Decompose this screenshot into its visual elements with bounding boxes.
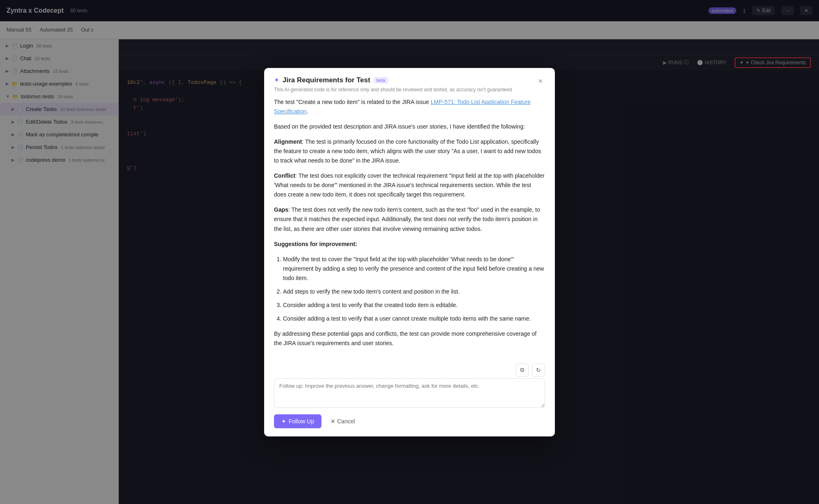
gaps-text: : The test does not verify the new todo … — [274, 206, 540, 232]
refresh-button[interactable]: ↻ — [532, 364, 545, 377]
intro-text: The test "Create a new todo item" is rel… — [274, 99, 429, 105]
based-on-paragraph: Based on the provided test description a… — [274, 122, 545, 131]
alignment-text: : The test is primarily focused on the c… — [274, 138, 541, 164]
modal-body: The test "Create a new todo item" is rel… — [264, 97, 555, 360]
alignment-label: Alignment — [274, 138, 302, 145]
follow-up-icon: ✦ — [281, 418, 286, 425]
ai-sparkle-icon: ✦ — [274, 76, 279, 84]
conclusion-paragraph: By addressing these potential gaps and c… — [274, 329, 545, 348]
suggestion-1: Modify the test to cover the "Input fiel… — [283, 255, 545, 283]
follow-up-button[interactable]: ✦ Follow Up — [274, 414, 321, 428]
followup-textarea[interactable] — [274, 378, 545, 408]
gaps-paragraph: Gaps: The test does not verify the new t… — [274, 205, 545, 233]
suggestion-4: Consider adding a test to verify that a … — [283, 314, 545, 323]
modal-action-bar: ⧉ ↻ — [264, 360, 555, 378]
modal-close-button[interactable]: × — [536, 76, 545, 86]
modal-title-area: ✦ Jira Requirements for Test beta This A… — [274, 76, 512, 93]
copy-button[interactable]: ⧉ — [516, 364, 529, 377]
modal-intro-paragraph: The test "Create a new todo item" is rel… — [274, 97, 545, 116]
beta-badge: beta — [373, 77, 388, 84]
cancel-x-icon: ✕ — [330, 418, 335, 425]
conflict-label: Conflict — [274, 172, 295, 179]
modal-title: Jira Requirements for Test — [283, 76, 370, 84]
refresh-icon: ↻ — [536, 367, 541, 373]
modal-title-row: ✦ Jira Requirements for Test beta — [274, 76, 512, 84]
conflict-paragraph: Conflict: The test does not explicitly c… — [274, 171, 545, 199]
jira-requirements-modal: ✦ Jira Requirements for Test beta This A… — [264, 68, 555, 436]
suggestion-3: Consider adding a test to verify that th… — [283, 301, 545, 310]
gaps-label: Gaps — [274, 206, 288, 213]
copy-icon: ⧉ — [520, 366, 524, 373]
suggestions-list: Modify the test to cover the "Input fiel… — [274, 255, 545, 324]
suggestions-label-paragraph: Suggestions for improvement: — [274, 240, 545, 249]
modal-footer: ✦ Follow Up ✕ Cancel — [264, 414, 555, 436]
modal-subtitle: This AI-generated code is for reference … — [274, 87, 512, 93]
conflict-text: : The test does not explicitly cover the… — [274, 172, 545, 198]
intro-end: . — [306, 108, 308, 115]
modal-header: ✦ Jira Requirements for Test beta This A… — [264, 68, 555, 97]
cancel-button[interactable]: ✕ Cancel — [326, 414, 360, 428]
suggestions-label: Suggestions for improvement: — [274, 241, 357, 247]
alignment-paragraph: Alignment: The test is primarily focused… — [274, 137, 545, 165]
suggestion-2: Add steps to verify the new todo item's … — [283, 287, 545, 296]
